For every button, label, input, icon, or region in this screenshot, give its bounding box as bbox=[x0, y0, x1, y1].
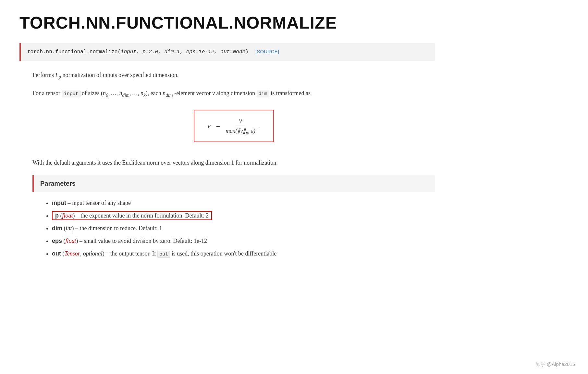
formula-fraction: v max(‖v‖p, ε) bbox=[226, 116, 255, 136]
formula-lhs: v bbox=[207, 122, 211, 130]
code-params: input, p=2.0, dim=1, eps=1e-12, out=None bbox=[121, 49, 245, 55]
formula-denominator: max(‖v‖p, ε) bbox=[226, 127, 255, 136]
code-signature-block: torch.nn.functional.normalize(input, p=2… bbox=[19, 43, 435, 61]
param-name-dim: dim bbox=[52, 225, 62, 231]
param-desc-input: – input tensor of any shape bbox=[67, 200, 130, 206]
description-tensor: For a tensor input of sizes (n0, …, ndim… bbox=[32, 88, 435, 99]
code-suffix: ) bbox=[245, 49, 249, 55]
source-link[interactable]: [SOURCE] bbox=[255, 49, 279, 54]
desc2-math-sizes: n0, …, ndim, …, nk bbox=[103, 90, 146, 96]
param-name-p: p bbox=[55, 212, 59, 219]
desc2-dim-code: dim bbox=[257, 91, 269, 97]
desc2-text4: -element vector bbox=[173, 90, 212, 96]
param-type-eps: float bbox=[66, 238, 76, 244]
param-name-input: input bbox=[52, 200, 66, 206]
param-type-optional: optional bbox=[83, 250, 103, 257]
param-desc-out1: – the output tensor. If bbox=[106, 250, 157, 257]
main-content: Performs Lp normalization of inputs over… bbox=[19, 70, 435, 258]
description-lp: Performs Lp normalization of inputs over… bbox=[32, 70, 435, 81]
formula-numerator: v bbox=[236, 116, 245, 126]
desc2-ndim: ndim bbox=[163, 90, 173, 96]
desc2-text5: along dimension bbox=[215, 90, 257, 96]
param-out-paren-close: ) bbox=[103, 250, 104, 257]
param-p-paren-close: ) bbox=[73, 212, 75, 219]
param-eps-paren-close: ) bbox=[76, 238, 78, 244]
param-name-out: out bbox=[52, 250, 61, 257]
param-p-highlighted: p (float) – the exponent value in the no… bbox=[52, 211, 212, 220]
param-dim-paren-close: ) bbox=[72, 225, 74, 231]
desc2-text1: For a tensor bbox=[32, 90, 62, 96]
list-item: dim (int) – the dimension to reduce. Def… bbox=[52, 224, 435, 233]
param-desc-p: – the exponent value in the norm formula… bbox=[76, 212, 209, 219]
parameters-title: Parameters bbox=[40, 180, 76, 187]
desc1-text1: Performs bbox=[32, 72, 55, 78]
param-type-p: float bbox=[62, 212, 73, 219]
desc2-text6: is transformed as bbox=[269, 90, 311, 96]
param-desc-out2: is used, this operation won't be differe… bbox=[170, 250, 276, 257]
list-item: out (Tensor, optional) – the output tens… bbox=[52, 249, 435, 258]
param-name-eps: eps bbox=[52, 238, 62, 244]
param-out-comma: , bbox=[80, 250, 83, 257]
desc2-text3: ), each bbox=[146, 90, 163, 96]
page-title: TORCH.NN.FUNCTIONAL.NORMALIZE bbox=[19, 13, 435, 32]
formula-dot: . bbox=[258, 122, 260, 130]
desc2-input-code: input bbox=[62, 91, 80, 97]
desc1-lp-math: Lp bbox=[55, 72, 61, 78]
desc2-text2: of sizes ( bbox=[80, 90, 103, 96]
formula-equals: = bbox=[216, 121, 220, 130]
list-item: eps (float) – small value to avoid divis… bbox=[52, 236, 435, 246]
euclidean-note: With the default arguments it uses the E… bbox=[32, 158, 435, 168]
desc1-text2: normalization of inputs over specified d… bbox=[61, 72, 178, 78]
param-type-dim: int bbox=[66, 225, 72, 231]
desc2-v: v bbox=[212, 90, 215, 96]
param-desc-eps: – small value to avoid division by zero.… bbox=[80, 238, 207, 244]
list-item: input – input tensor of any shape bbox=[52, 198, 435, 208]
param-list: input – input tensor of any shape p (flo… bbox=[32, 198, 435, 258]
param-type-tensor: Tensor bbox=[64, 250, 80, 257]
list-item: p (float) – the exponent value in the no… bbox=[52, 211, 435, 220]
code-prefix: torch.nn.functional.normalize( bbox=[27, 49, 121, 55]
formula-box: v = v max(‖v‖p, ε) . bbox=[194, 110, 274, 142]
param-out-code: out bbox=[157, 251, 170, 258]
param-desc-dim: – the dimension to reduce. Default: 1 bbox=[75, 225, 162, 231]
formula-container: v = v max(‖v‖p, ε) . bbox=[32, 106, 435, 150]
parameters-section: Parameters bbox=[32, 175, 435, 192]
